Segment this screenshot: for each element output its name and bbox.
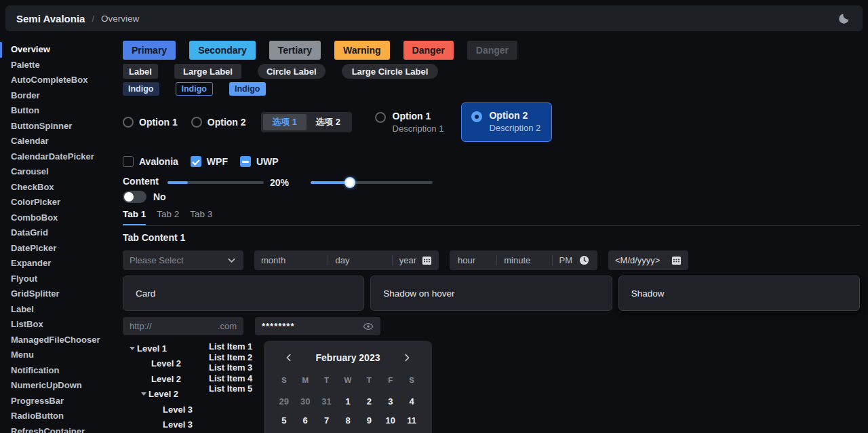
card-shadow-on-hover[interactable]: Shadow on hover [370, 276, 612, 311]
sidebar-item-autocompletebox[interactable]: AutoCompleteBox [0, 73, 117, 88]
tab-2[interactable]: Tab 2 [157, 209, 179, 225]
calendar-next-button[interactable] [399, 350, 414, 365]
calendar-date[interactable]: 9 [359, 411, 380, 429]
sidebar-item-refreshcontainer[interactable]: RefreshContainer [0, 424, 117, 433]
tab-3[interactable]: Tab 3 [190, 209, 212, 225]
sidebar-item-expander[interactable]: Expander [0, 256, 117, 271]
calendar-date[interactable]: 7 [316, 411, 337, 429]
select-dropdown[interactable]: Please Select [123, 250, 243, 270]
time-picker[interactable]: hour minute PM [450, 250, 597, 270]
tertiary-button[interactable]: Tertiary [269, 41, 321, 60]
calendar-date[interactable]: 11 [401, 411, 422, 429]
radio-card-option-1[interactable]: Option 1 Description 1 [371, 108, 448, 136]
calendar-date[interactable]: 31 [316, 392, 337, 410]
list-item[interactable]: List Item 3 [209, 362, 262, 373]
calendar-date[interactable]: 1 [337, 392, 358, 410]
primary-button[interactable]: Primary [123, 41, 176, 60]
segment-option-1[interactable]: 选项 1 [263, 114, 307, 130]
time-hour-part[interactable]: hour [458, 255, 475, 265]
checkbox-label: WPF [207, 156, 228, 167]
password-input[interactable]: ******** [255, 317, 380, 335]
calendar-date[interactable]: 2 [359, 392, 380, 410]
sidebar-item-listbox[interactable]: ListBox [0, 317, 117, 333]
sidebar-item-overview[interactable]: Overview [0, 42, 117, 58]
sidebar-item-calendar[interactable]: Calendar [0, 134, 117, 149]
calendar-date[interactable]: 10 [380, 411, 401, 429]
sidebar-item-label[interactable]: Label [0, 302, 117, 318]
sidebar-item-datagrid[interactable]: DataGrid [0, 225, 117, 241]
list-item[interactable]: List Item 1 [209, 341, 262, 352]
eye-icon[interactable] [363, 321, 374, 332]
calendar-date[interactable]: 8 [337, 411, 358, 429]
calendar-prev-button[interactable] [281, 350, 296, 365]
calendar-date[interactable]: 17 [380, 430, 401, 433]
list-item[interactable]: List Item 5 [209, 383, 262, 394]
slider-thumb[interactable] [344, 177, 355, 188]
tree-item-level-2[interactable]: Level 2 [123, 371, 209, 387]
calendar-month-title[interactable]: February 2023 [316, 352, 380, 363]
list-item[interactable]: List Item 4 [209, 373, 262, 384]
checkbox-uwp[interactable]: UWP [240, 156, 279, 167]
sidebar-item-managedfilechooser[interactable]: ManagedFileChooser [0, 333, 117, 348]
calendar-date[interactable]: 13 [295, 430, 316, 433]
tab-1[interactable]: Tab 1 [123, 209, 146, 225]
sidebar-item-numericupdown[interactable]: NumericUpDown [0, 378, 117, 394]
checkbox-avalonia[interactable]: Avalonia [123, 156, 178, 167]
calendar-date[interactable]: 18 [401, 430, 422, 433]
calendar-date[interactable]: 14 [316, 430, 337, 433]
sidebar-item-notification[interactable]: Notification [0, 363, 117, 379]
calendar-date[interactable]: 4 [401, 392, 422, 410]
calendar-date-picker[interactable]: <M/d/yyyy> [608, 250, 688, 270]
calendar-date[interactable]: 29 [273, 392, 294, 410]
toggle-switch[interactable] [123, 191, 146, 203]
sidebar-item-combobox[interactable]: ComboBox [0, 210, 117, 226]
theme-toggle-button[interactable] [835, 10, 852, 26]
danger-button[interactable]: Danger [403, 41, 454, 60]
date-picker[interactable]: month day year [254, 250, 439, 270]
time-minute-part[interactable]: minute [504, 255, 530, 265]
date-day-part[interactable]: day [335, 255, 349, 265]
sidebar-item-gridsplitter[interactable]: GridSplitter [0, 286, 117, 302]
tree-item-level-1[interactable]: Level 1 [123, 341, 209, 356]
radio-card-option-2[interactable]: Option 2 Description 2 [461, 102, 552, 142]
sidebar-item-radiobutton[interactable]: RadioButton [0, 409, 117, 424]
secondary-button[interactable]: Secondary [189, 41, 256, 60]
warning-button[interactable]: Warning [334, 41, 389, 60]
sidebar-item-calendardatepicker[interactable]: CalendarDatePicker [0, 149, 117, 165]
sidebar-item-palette[interactable]: Palette [0, 58, 117, 73]
url-input[interactable]: http:// .com [123, 317, 243, 335]
triangle-down-icon[interactable] [139, 392, 149, 396]
radio-option-2[interactable]: Option 2 [191, 117, 246, 128]
date-month-part[interactable]: month [261, 255, 285, 265]
tree-item-level-2[interactable]: Level 2 [123, 356, 209, 372]
calendar-date[interactable]: 12 [273, 430, 294, 433]
calendar-date[interactable]: 5 [273, 411, 294, 429]
list-item[interactable]: List Item 2 [209, 352, 262, 363]
triangle-down-icon[interactable] [127, 347, 137, 350]
calendar-date[interactable]: 3 [380, 392, 401, 410]
tree-item-level-2[interactable]: Level 2 [123, 387, 209, 402]
date-year-part[interactable]: year [399, 255, 416, 265]
sidebar-item-border[interactable]: Border [0, 88, 117, 104]
sidebar-item-carousel[interactable]: Carousel [0, 164, 117, 180]
calendar-date[interactable]: 6 [295, 411, 316, 429]
tree-item-level-3[interactable]: Level 3 [123, 402, 209, 417]
sidebar-item-flyout[interactable]: Flyout [0, 271, 117, 287]
slider-1[interactable] [167, 181, 264, 184]
slider-2[interactable] [311, 181, 433, 184]
tree-item-level-3[interactable]: Level 3 [123, 417, 209, 433]
calendar-date[interactable]: 30 [295, 392, 316, 410]
sidebar-item-buttonspinner[interactable]: ButtonSpinner [0, 119, 117, 134]
checkbox-wpf[interactable]: WPF [191, 156, 228, 167]
segment-option-2[interactable]: 选项 2 [307, 114, 350, 130]
sidebar-item-progressbar[interactable]: ProgressBar [0, 394, 117, 409]
sidebar-item-datepicker[interactable]: DatePicker [0, 241, 117, 257]
radio-option-1[interactable]: Option 1 [123, 117, 178, 128]
sidebar-item-colorpicker[interactable]: ColorPicker [0, 195, 117, 210]
time-meridiem-part[interactable]: PM [559, 255, 573, 265]
calendar-date[interactable]: 15 [337, 430, 358, 433]
sidebar-item-checkbox[interactable]: CheckBox [0, 180, 117, 195]
sidebar-item-menu[interactable]: Menu [0, 347, 117, 363]
sidebar-item-button[interactable]: Button [0, 103, 117, 119]
calendar-date[interactable]: 16 [359, 430, 380, 433]
